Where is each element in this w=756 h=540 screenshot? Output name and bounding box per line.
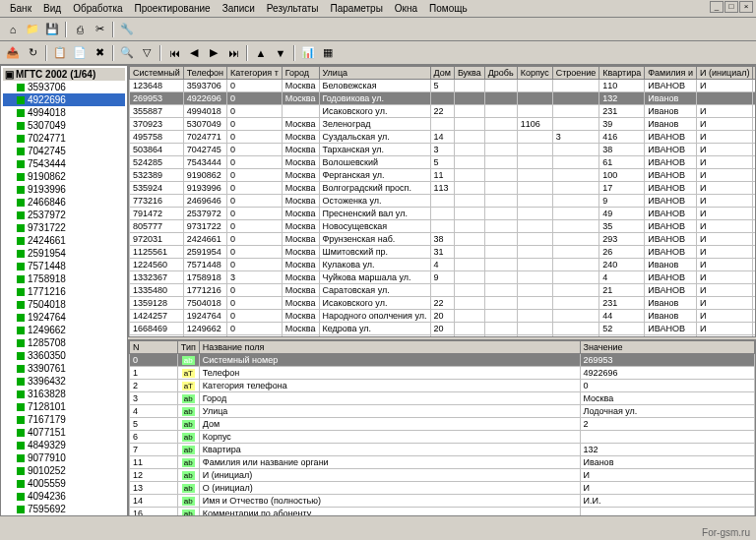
detail-row[interactable]: 13abО (инициал)И [130,482,755,495]
tree-item[interactable]: 1924764 [3,311,125,324]
table-row[interactable]: 142425719247640МоскваНародного ополчения… [130,310,757,323]
table-row[interactable]: 50386470427450МоскваТарханская ул.338ИВА… [130,144,757,156]
copy-icon[interactable]: 📋 [51,44,69,62]
tree-item[interactable]: 1249662 [3,324,125,336]
menu-проектирование[interactable]: Проектирование [129,1,217,16]
tree-item[interactable]: 7543444 [3,157,125,170]
next-icon[interactable]: ▶ [205,44,222,62]
table-row[interactable]: 112556125919540МоскваШмитовский пр.3126И… [130,246,757,259]
column-header[interactable]: Дом [430,67,454,80]
table-row[interactable]: 166846912496620МоскваКедрова ул.2052ИВАН… [130,323,757,335]
tree-item[interactable]: 7024771 [3,132,125,145]
detail-row[interactable]: 11abФамилия или название органиИванов [130,456,755,469]
table-row[interactable]: 53238991908620МоскваФерганская ул.11100И… [130,169,757,182]
table-row[interactable]: 79147225379720МоскваПресненский вал ул.4… [130,208,757,220]
detail-row[interactable]: 0abСистемный номер269953 [130,354,755,367]
save-icon[interactable]: 💾 [43,21,61,38]
tree-item[interactable]: 9731722 [3,221,125,234]
detail-row[interactable]: 2aTКатегория телефона0 [130,380,755,392]
tree-item[interactable]: 4994018 [3,106,125,119]
table-row[interactable]: 80577797317220МоскваНовосущевская35ИВАНО… [130,220,757,233]
table-row[interactable]: 49575870247710МоскваСуздальская ул.14341… [130,131,757,144]
menu-помощь[interactable]: Помощь [423,1,473,16]
detail-row[interactable]: 12abИ (инициал)И [130,469,755,482]
menu-записи[interactable]: Записи [217,1,261,16]
table-row[interactable]: 77321624696460МоскваОстоженка ул.9ИВАНОВ… [130,195,757,208]
detail-row[interactable]: 3abГородМосква [130,392,755,405]
column-header[interactable]: Фамилия и [645,67,697,80]
tool-icon[interactable]: 🔧 [118,21,136,38]
column-header[interactable]: Системный [130,67,184,80]
paste-icon[interactable]: 📄 [71,44,89,62]
chart-icon[interactable]: 📊 [299,44,317,62]
table-row[interactable]: 35588749940180Исаковского ул.22231Иванов… [130,105,757,118]
tree-item[interactable]: 1285708 [3,336,125,349]
column-header[interactable]: Строение [552,67,599,80]
tree-item[interactable]: 5307049 [3,119,125,132]
table-row[interactable]: 135912875040180МоскваИсаковского ул.2223… [130,297,757,310]
column-header[interactable]: И (инициал) [697,67,753,80]
tree-item[interactable]: 2591954 [3,247,125,260]
tree-item[interactable]: 9190862 [3,170,125,183]
detail-row[interactable]: 6abКорпус [130,431,755,444]
tree-item[interactable]: 3360350 [3,349,125,362]
tree-item[interactable]: 3163828 [3,388,125,400]
folder-icon[interactable]: 📁 [24,21,41,38]
tree-item[interactable]: 1758918 [3,272,125,285]
column-header[interactable]: Буква [454,67,484,80]
column-header[interactable]: Город [282,67,319,80]
tree-item[interactable]: 7595692 [3,503,125,515]
table-row[interactable]: 133548017712160МоскваСаратовская ул.21ИВ… [130,284,757,297]
tree-item[interactable]: 4849329 [3,439,125,451]
menu-окна[interactable]: Окна [389,1,423,16]
refresh-icon[interactable]: ↻ [24,44,41,62]
detail-row[interactable]: 1aTТелефон4922696 [130,367,755,380]
search-icon[interactable]: 🔍 [118,44,136,62]
detail-row[interactable]: 5abДом2 [130,418,755,431]
tree-item[interactable]: 7128101 [3,400,125,413]
table-row[interactable]: 12364835937060МоскваБеловежская5110ИВАНО… [130,80,757,92]
detail-row[interactable]: 7abКвартира132 [130,444,755,456]
menu-параметры[interactable]: Параметры [325,1,389,16]
detail-row[interactable]: 14abИмя и Отчество (полностью)И.И. [130,495,755,508]
table-row[interactable]: 37092353070490МоскваЗеленоград110639Иван… [130,118,757,131]
tree-item[interactable]: 7571448 [3,260,125,272]
column-header[interactable]: Дробь [484,67,517,80]
tree-item[interactable]: 7504018 [3,298,125,311]
tree-item[interactable]: 4094236 [3,490,125,503]
menu-результаты[interactable]: Результаты [261,1,325,16]
first-icon[interactable]: ⏮ [165,44,183,62]
tree-item[interactable]: 9193996 [3,183,125,196]
detail-grid[interactable]: NТипНазвание поляЗначение 0abСистемный н… [128,339,756,516]
detail-column-header[interactable]: Название поля [199,341,580,354]
tree-item[interactable]: 7167179 [3,413,125,426]
table-row[interactable]: 122456075714480МоскваКулакова ул.4240Ива… [130,259,757,271]
tree-item[interactable]: 7042745 [3,145,125,157]
filter-icon[interactable]: ▽ [138,44,156,62]
column-header[interactable]: Телефон [183,67,226,80]
maximize-button[interactable]: □ [724,1,738,13]
table-row[interactable]: 169972012857080МоскваПрофсоюзная ул.2974… [130,335,757,338]
menu-обработка[interactable]: Обработка [67,1,128,16]
table-row[interactable]: 97203124246610МоскваФрунзенская наб.3829… [130,233,757,246]
tree-item[interactable]: 2424661 [3,234,125,247]
detail-row[interactable]: 16abКомментарии по абоненту [130,508,755,517]
tree-sidebar[interactable]: ▣ МГТС 2002 (1/64) 359370649226964994018… [0,65,128,516]
tree-item[interactable]: 9077910 [3,451,125,464]
column-header[interactable]: Улица [319,67,430,80]
tree-root-label[interactable]: ▣ МГТС 2002 (1/64) [3,68,125,81]
column-header[interactable]: Корпус [517,67,552,80]
tree-item[interactable]: 4005559 [3,477,125,490]
close-button[interactable]: × [739,1,753,13]
table-row[interactable]: 53592491939960МоскваВолгоградский просп.… [130,182,757,195]
tree-item[interactable]: 4922696 [3,93,125,106]
detail-column-header[interactable]: N [130,341,178,354]
grid-icon[interactable]: ▦ [319,44,337,62]
tree-item[interactable]: 4077151 [3,426,125,439]
table-row[interactable]: 52428575434440МоскваВолошевский561ИВАНОВ… [130,156,757,169]
detail-column-header[interactable]: Значение [580,341,755,354]
export-icon[interactable]: 📤 [4,44,22,62]
detail-column-header[interactable]: Тип [177,341,199,354]
delete-icon[interactable]: ✖ [91,44,108,62]
sort-desc-icon[interactable]: ▼ [272,44,289,62]
